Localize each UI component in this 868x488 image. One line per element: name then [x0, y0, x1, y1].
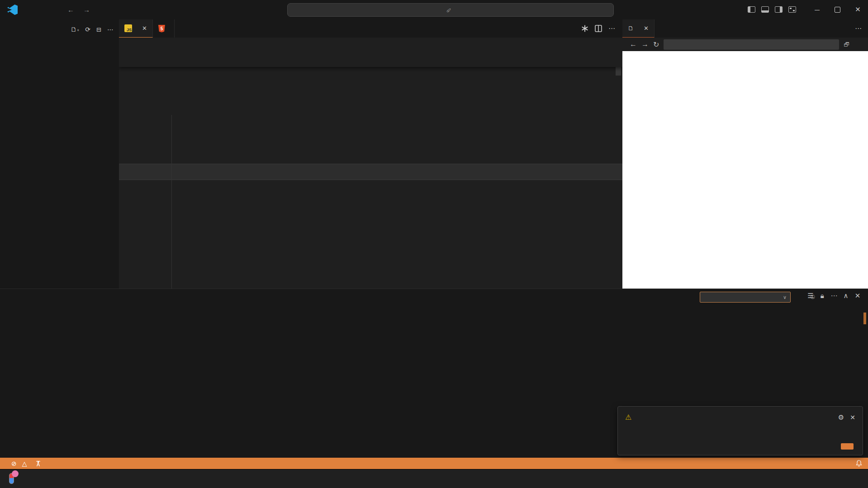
lock-scroll-icon[interactable]: 🔒︎ — [816, 292, 828, 300]
remote-indicator[interactable] — [2, 458, 8, 469]
more-actions-icon[interactable]: ⋯ — [855, 24, 862, 33]
more-information-button[interactable] — [841, 443, 854, 450]
toast-close-icon[interactable]: ✕ — [850, 414, 855, 421]
current-line-highlight — [119, 164, 622, 180]
customize-layout-icon[interactable] — [785, 0, 799, 19]
weather-widget[interactable] — [6, 471, 23, 486]
url-input[interactable] — [664, 39, 839, 50]
sticky-scroll-line[interactable] — [119, 51, 622, 67]
panel-scrollbar[interactable] — [863, 313, 866, 324]
close-panel-icon[interactable]: ✕ — [852, 292, 863, 300]
problems-indicator[interactable]: ⊘ △ — [8, 458, 32, 469]
windows-taskbar — [0, 469, 868, 488]
new-file-icon[interactable]: 🗋+ — [71, 26, 79, 33]
browser-tab-bar: 🗋 ✕ ⋯ — [622, 19, 868, 38]
tab-simple-browser[interactable]: 🗋 ✕ — [622, 19, 655, 38]
tower-icon — [35, 460, 41, 467]
more-actions-icon[interactable]: ⋯ — [608, 24, 615, 33]
title-bar: ← → 🜚 ─ ✕ — [0, 0, 868, 20]
split-editor-icon[interactable] — [595, 25, 602, 32]
editor-tab-bar: JS ✕ 5 ⋯ — [119, 19, 622, 38]
error-icon: ⊘ — [11, 460, 17, 467]
toggle-panel-icon[interactable] — [758, 0, 772, 19]
tower-indicator[interactable] — [32, 458, 46, 469]
code-editor[interactable] — [119, 51, 622, 289]
tab-index-html[interactable]: 5 — [153, 19, 175, 38]
browser-reload-icon[interactable]: ↻ — [653, 40, 659, 49]
toggle-sidebar-icon[interactable] — [745, 0, 758, 19]
minimize-button[interactable]: ─ — [807, 0, 827, 19]
p5-run-icon[interactable] — [581, 25, 588, 32]
more-actions-icon[interactable]: ⋯ — [828, 292, 840, 300]
widget-badge — [12, 470, 19, 477]
indent-guide — [171, 115, 172, 289]
collapse-folders-icon[interactable]: ⊟ — [96, 26, 101, 33]
command-center[interactable]: 🜚 — [287, 3, 614, 17]
panel-fill — [0, 289, 119, 458]
search-icon: 🜚 — [446, 7, 452, 14]
vscode-logo — [7, 5, 18, 15]
maximize-panel-icon[interactable]: ∧ — [840, 292, 852, 300]
minimap[interactable] — [570, 51, 616, 264]
close-tab-icon[interactable]: ✕ — [142, 25, 147, 32]
html-file-icon: 5 — [158, 25, 165, 33]
more-actions-icon[interactable]: ⋯ — [107, 26, 114, 33]
browser-back-icon[interactable]: ← — [630, 40, 637, 48]
notifications-bell-icon[interactable] — [853, 458, 865, 469]
open-external-icon[interactable]: 🗗 — [844, 41, 849, 48]
status-bar: ⊘ △ — [0, 458, 868, 469]
browser-toolbar: ← → ↻ 🗗 — [622, 38, 868, 51]
p5-sketch-artwork — [622, 51, 868, 289]
warning-icon: △ — [22, 460, 27, 467]
refresh-icon[interactable]: ⟳ — [85, 26, 90, 33]
output-channel-select[interactable]: ∨ — [700, 292, 791, 303]
notification-toast: ⚠ ⚙ ✕ — [617, 406, 863, 455]
breadcrumb[interactable] — [119, 38, 622, 51]
nav-back-icon[interactable]: ← — [63, 0, 79, 19]
maximize-button[interactable] — [827, 0, 848, 19]
toggle-secondary-sidebar-icon[interactable] — [772, 0, 785, 19]
nav-forward-icon[interactable]: → — [79, 0, 95, 19]
js-file-icon: JS — [124, 24, 132, 32]
warning-icon: ⚠ — [625, 413, 631, 422]
toast-settings-gear-icon[interactable]: ⚙ — [838, 413, 844, 422]
close-tab-icon[interactable]: ✕ — [644, 25, 649, 32]
file-icon: 🗋 — [628, 25, 634, 32]
close-button[interactable]: ✕ — [848, 0, 868, 19]
browser-content — [622, 51, 868, 289]
clear-output-icon[interactable]: ☰⃠ — [805, 292, 816, 300]
browser-forward-icon[interactable]: → — [641, 40, 649, 48]
tab-sketch-js[interactable]: JS ✕ — [119, 19, 153, 38]
